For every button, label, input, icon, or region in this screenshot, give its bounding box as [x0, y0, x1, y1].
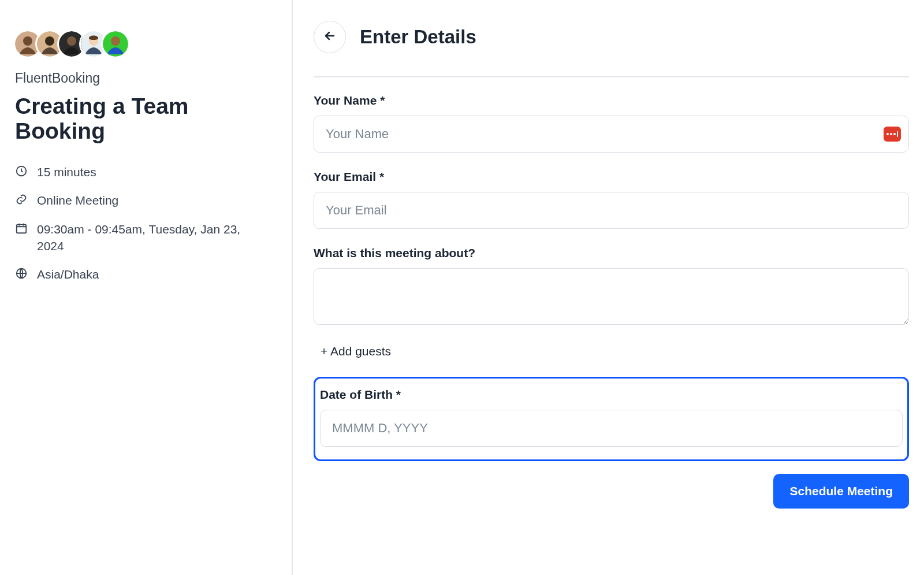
divider — [314, 76, 909, 77]
form-heading: Enter Details — [360, 26, 476, 48]
timezone-row: Asia/Dhaka — [15, 266, 270, 283]
dob-input[interactable] — [320, 410, 903, 447]
arrow-left-icon — [323, 29, 337, 45]
password-autofill-badge[interactable] — [884, 127, 901, 142]
calendar-icon — [15, 222, 28, 235]
datetime-row: 09:30am - 09:45am, Tuesday, Jan 23, 2024 — [15, 221, 270, 255]
add-guests-link[interactable]: + Add guests — [321, 344, 909, 358]
email-label: Your Email * — [314, 170, 909, 184]
topic-textarea[interactable] — [314, 268, 909, 325]
duration-row: 15 minutes — [15, 164, 270, 180]
organization-name: FluentBooking — [15, 71, 270, 86]
link-icon — [15, 193, 28, 206]
avatar — [103, 31, 128, 57]
svg-rect-11 — [17, 224, 27, 233]
schedule-meeting-button[interactable]: Schedule Meeting — [773, 474, 909, 509]
globe-icon — [15, 267, 28, 280]
clock-icon — [15, 165, 28, 177]
location-row: Online Meeting — [15, 192, 270, 209]
svg-point-1 — [23, 36, 32, 46]
timezone-text: Asia/Dhaka — [37, 266, 99, 283]
datetime-text: 09:30am - 09:45am, Tuesday, Jan 23, 2024 — [37, 221, 270, 255]
svg-point-3 — [45, 36, 54, 46]
back-button[interactable] — [314, 21, 346, 53]
team-avatars — [15, 31, 270, 57]
booking-title: Creating a Team Booking — [15, 94, 270, 144]
location-text: Online Meeting — [37, 192, 118, 209]
topic-label: What is this meeting about? — [314, 246, 909, 260]
name-label: Your Name * — [314, 94, 909, 107]
svg-point-5 — [67, 36, 76, 46]
name-input[interactable] — [314, 116, 909, 153]
duration-text: 15 minutes — [37, 164, 96, 180]
email-input[interactable] — [314, 192, 909, 229]
dob-field-highlight: Date of Birth * — [314, 377, 909, 461]
svg-point-9 — [111, 36, 120, 46]
dob-label: Date of Birth * — [320, 388, 903, 402]
